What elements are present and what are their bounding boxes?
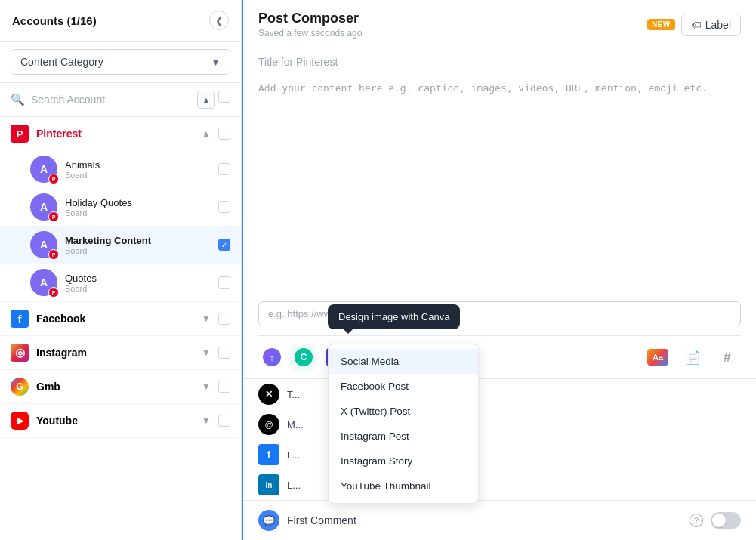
facebook-platform-name: Facebook — [36, 313, 194, 325]
upload-icon: ↑ — [263, 348, 281, 366]
label-tag-icon: 🏷 — [691, 19, 702, 31]
url-row — [258, 301, 741, 326]
animals-board-info: Animals Board — [65, 159, 211, 180]
linkedin-row-icon: in — [258, 474, 279, 495]
holiday-quotes-avatar: A P — [30, 193, 57, 221]
quotes-avatar: A P — [30, 269, 57, 296]
board-item-marketing-content[interactable]: A P Marketing Content Board ✓ — [0, 226, 241, 264]
search-icon: 🔍 — [11, 93, 25, 106]
youtube-header[interactable]: ▶ Youtube ▼ — [0, 404, 241, 437]
marketing-content-board-name: Marketing Content — [65, 235, 211, 246]
gmb-select-checkbox[interactable] — [218, 381, 230, 393]
youtube-platform-name: Youtube — [36, 415, 194, 427]
pinterest-platform-icon: P — [11, 125, 29, 143]
platform-section-instagram: ◎ Instagram ▼ — [0, 336, 241, 370]
holiday-quotes-board-checkbox[interactable] — [218, 201, 230, 213]
url-section — [243, 301, 756, 335]
social-rows-section: ✕ T... @ M... f F... in L... — [243, 378, 756, 500]
first-comment-toggle[interactable] — [711, 512, 741, 529]
instagram-select-checkbox[interactable] — [218, 347, 230, 359]
quotes-platform-badge: P — [48, 287, 59, 298]
composer-actions: NEW 🏷 Label — [647, 14, 741, 36]
composer-saved-status: Saved a few seconds ago — [258, 28, 362, 39]
platform-section-youtube: ▶ Youtube ▼ — [0, 404, 241, 438]
instagram-header[interactable]: ◎ Instagram ▼ — [0, 336, 241, 369]
title-input[interactable] — [258, 45, 741, 73]
marketing-content-board-type: Board — [65, 246, 211, 255]
animals-board-name: Animals — [65, 159, 211, 171]
post-composer-panel: Post Composer Saved a few seconds ago NE… — [242, 0, 756, 540]
marketing-content-board-checkbox[interactable]: ✓ — [218, 239, 230, 251]
facebook-collapse-icon: ▼ — [202, 313, 211, 324]
gmb-collapse-icon: ▼ — [202, 381, 211, 392]
pinterest-platform-name: Pinterest — [36, 128, 194, 140]
main-area: Post Composer Saved a few seconds ago NE… — [242, 0, 756, 540]
text-format-icon: Aa — [647, 349, 668, 366]
search-up-button[interactable]: ▲ — [197, 91, 215, 109]
accounts-title: Accounts (1/16) — [12, 14, 97, 27]
board-item-animals[interactable]: A P Animals Board — [0, 150, 241, 188]
quotes-board-checkbox[interactable] — [218, 276, 230, 289]
content-category-dropdown[interactable]: Content Category ▼ — [11, 49, 230, 75]
document-button[interactable]: 📄 — [679, 344, 706, 371]
dropdown-item-social-media[interactable]: Social Media — [329, 349, 478, 374]
url-input[interactable] — [268, 308, 731, 319]
animals-platform-badge: P — [48, 174, 59, 184]
sidebar-header: Accounts (1/16) ❮ — [0, 0, 241, 42]
toggle-knob — [712, 514, 726, 527]
platform-section-facebook: f Facebook ▼ — [0, 302, 241, 336]
toolbar-left: ↑ C Design image with Canva Social Media… — [258, 344, 381, 371]
marketing-content-avatar: A P — [30, 231, 57, 258]
facebook-row-icon: f — [258, 444, 279, 465]
holiday-quotes-platform-badge: P — [48, 211, 59, 222]
pinterest-header[interactable]: P Pinterest ▲ — [0, 117, 241, 150]
threads-platform-icon: @ — [258, 414, 279, 435]
instagram-platform-icon: ◎ — [11, 344, 29, 362]
chevron-down-icon: ▼ — [211, 57, 221, 68]
label-button-text: Label — [705, 19, 731, 31]
pinterest-select-checkbox[interactable] — [218, 128, 230, 140]
search-select-checkbox[interactable] — [218, 91, 230, 103]
composer-title: Post Composer — [258, 11, 362, 26]
content-category-label: Content Category — [20, 56, 103, 68]
facebook-select-checkbox[interactable] — [218, 313, 230, 325]
first-comment-icon: 💬 — [258, 510, 279, 531]
first-comment-row: 💬 First Comment ? — [243, 500, 756, 540]
hashtag-icon: # — [724, 350, 731, 366]
search-input[interactable] — [31, 94, 191, 106]
board-item-quotes[interactable]: A P Quotes Board — [0, 264, 241, 301]
hashtag-button[interactable]: # — [714, 344, 741, 371]
dropdown-item-instagram-story[interactable]: Instagram Story — [329, 449, 478, 474]
facebook-header[interactable]: f Facebook ▼ — [0, 302, 241, 335]
holiday-quotes-board-type: Board — [65, 208, 211, 218]
marketing-content-board-info: Marketing Content Board — [65, 235, 211, 255]
sidebar: Accounts (1/16) ❮ Content Category ▼ 🔍 ▲… — [0, 0, 242, 540]
first-comment-help-icon[interactable]: ? — [690, 514, 703, 527]
collapse-sidebar-button[interactable]: ❮ — [209, 11, 229, 30]
holiday-quotes-board-info: Holiday Quotes Board — [65, 197, 211, 218]
canva-icon: C — [295, 348, 313, 366]
quotes-board-name: Quotes — [65, 273, 211, 284]
canva-dropdown: Social Media Facebook Post X (Twitter) P… — [328, 344, 479, 504]
quotes-board-info: Quotes Board — [65, 273, 211, 293]
gmb-header[interactable]: G Gmb ▼ — [0, 370, 241, 403]
dropdown-item-youtube-thumbnail[interactable]: YouTube Thumbnail — [329, 474, 478, 498]
label-button[interactable]: 🏷 Label — [681, 14, 741, 36]
document-icon: 📄 — [684, 349, 701, 366]
x-platform-icon: ✕ — [258, 384, 279, 405]
toolbar-right: Aa 📄 # — [644, 344, 741, 371]
content-textarea[interactable] — [258, 73, 741, 164]
board-item-holiday-quotes[interactable]: A P Holiday Quotes Board — [0, 188, 241, 226]
youtube-select-checkbox[interactable] — [218, 415, 230, 427]
dropdown-item-facebook-post[interactable]: Facebook Post — [329, 374, 478, 399]
dropdown-item-instagram-post[interactable]: Instagram Post — [329, 424, 478, 449]
new-badge: NEW — [647, 19, 675, 30]
instagram-platform-name: Instagram — [36, 347, 194, 359]
animals-board-checkbox[interactable] — [218, 163, 230, 175]
text-format-button[interactable]: Aa — [644, 344, 671, 371]
upload-button[interactable]: ↑ — [258, 344, 285, 371]
gmb-platform-name: Gmb — [36, 381, 194, 393]
platform-section-gmb: G Gmb ▼ — [0, 370, 241, 404]
dropdown-item-x-post[interactable]: X (Twitter) Post — [329, 399, 478, 424]
canva-button[interactable]: C — [290, 344, 317, 371]
